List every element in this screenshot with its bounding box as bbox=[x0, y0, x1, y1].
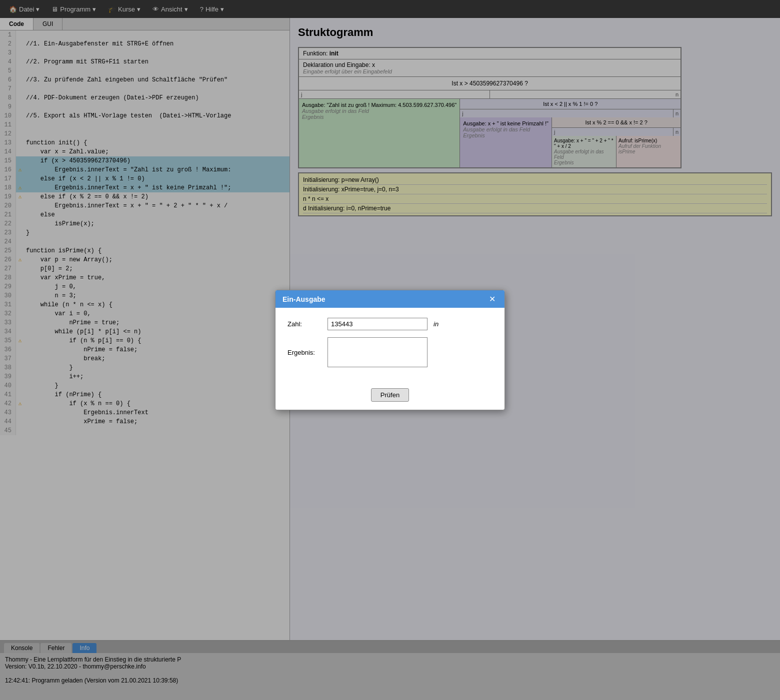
modal-dialog: Ein-Ausgabe ✕ Zahl: in Ergebnis: Prüfen bbox=[275, 290, 505, 410]
prufen-button[interactable]: Prüfen bbox=[371, 388, 409, 402]
modal-title-bar: Ein-Ausgabe ✕ bbox=[276, 290, 504, 308]
ergebnis-row: Ergebnis: bbox=[288, 337, 492, 367]
ergebnis-label: Ergebnis: bbox=[288, 349, 328, 356]
modal-body: Zahl: in Ergebnis: bbox=[276, 308, 504, 384]
ergebnis-textarea[interactable] bbox=[328, 337, 428, 367]
zahl-input[interactable] bbox=[328, 318, 428, 330]
modal-title: Ein-Ausgabe bbox=[282, 295, 326, 303]
zahl-unit: in bbox=[434, 320, 438, 328]
modal-footer: Prüfen bbox=[276, 384, 504, 410]
modal-overlay: Ein-Ausgabe ✕ Zahl: in Ergebnis: Prüfen bbox=[0, 0, 780, 700]
zahl-row: Zahl: in bbox=[288, 318, 492, 330]
modal-close-button[interactable]: ✕ bbox=[487, 294, 498, 304]
zahl-label: Zahl: bbox=[288, 320, 328, 328]
